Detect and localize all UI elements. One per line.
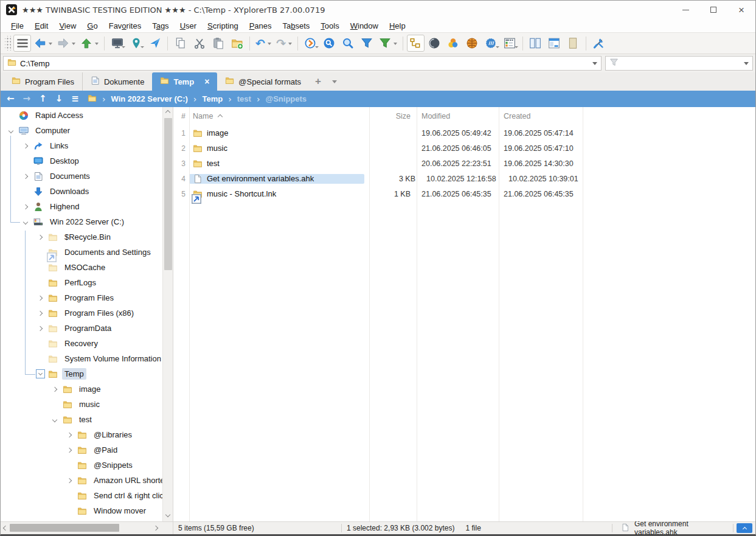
- filter-blue-button[interactable]: [358, 35, 376, 52]
- menu-window[interactable]: Window: [345, 20, 384, 32]
- menu-tags[interactable]: Tags: [147, 20, 174, 32]
- tree-expander[interactable]: [49, 418, 60, 422]
- column-divider[interactable]: [417, 107, 417, 521]
- chevron-down-icon[interactable]: [122, 46, 125, 50]
- tree-expander[interactable]: [20, 175, 31, 178]
- tags-ball-button[interactable]: [463, 35, 481, 52]
- file-row-music-shortcut-lnk[interactable]: 5music - Shortcut.lnk1 KB21.06.2025 06:4…: [173, 186, 755, 201]
- tree-item-win-2022-server-c[interactable]: Win 2022 Server (C:): [1, 214, 162, 229]
- scroll-right-icon[interactable]: [153, 526, 158, 531]
- column-header-[interactable]: #: [173, 107, 189, 125]
- arrow-down-icon[interactable]: ↓: [55, 94, 63, 103]
- menu-favorites[interactable]: Favorites: [103, 20, 147, 32]
- file-name-cell[interactable]: test: [189, 159, 369, 169]
- tree-expander[interactable]: [35, 312, 46, 315]
- tab-program-files[interactable]: Program Files: [4, 72, 83, 91]
- paste-button[interactable]: [209, 35, 227, 52]
- tree-expander[interactable]: [35, 327, 46, 330]
- tree-vertical-scrollbar[interactable]: [162, 107, 173, 521]
- color-circles-button[interactable]: [445, 35, 462, 52]
- tree-toggle-button[interactable]: [407, 35, 425, 52]
- breadcrumb-test[interactable]: test: [237, 94, 251, 103]
- filter-green-button[interactable]: [377, 35, 399, 52]
- tree-expander[interactable]: [35, 235, 46, 239]
- chevron-right-icon[interactable]: [38, 295, 43, 300]
- menu-help[interactable]: Help: [384, 20, 411, 32]
- visual-filter-box[interactable]: [605, 56, 753, 71]
- menu-panes[interactable]: Panes: [244, 20, 277, 32]
- search-circle-button[interactable]: [321, 35, 338, 52]
- desktop-monitor-button[interactable]: [108, 35, 126, 52]
- location-pin-button[interactable]: [127, 35, 145, 52]
- menu-edit[interactable]: Edit: [29, 20, 54, 32]
- tab-special-formats[interactable]: @Special formats: [217, 72, 309, 91]
- menu-file[interactable]: File: [5, 20, 29, 32]
- menu-button[interactable]: [13, 35, 31, 52]
- menu-go[interactable]: Go: [81, 20, 103, 32]
- report-grid-button[interactable]: [501, 35, 519, 52]
- chevron-down-boxed-icon[interactable]: [36, 369, 45, 378]
- goto-arrow-button[interactable]: [146, 35, 164, 52]
- arrow-left-icon[interactable]: ←: [7, 94, 15, 103]
- chevron-right-icon[interactable]: [38, 325, 43, 330]
- new-folder-button[interactable]: [228, 35, 246, 52]
- address-bar[interactable]: C:\Temp: [3, 56, 602, 71]
- file-row-music[interactable]: 2music21.06.2025 06:46:0519.06.2025 05:4…: [173, 141, 755, 156]
- labels-badge-button[interactable]: [482, 35, 500, 52]
- tree-item-computer[interactable]: Computer: [1, 123, 162, 138]
- tab-close-button[interactable]: ×: [204, 77, 209, 86]
- tree-expander[interactable]: [35, 296, 46, 300]
- chevron-down-icon[interactable]: [9, 128, 13, 133]
- file-row-test[interactable]: 3test20.06.2025 22:23:5119.06.2025 14:30…: [173, 156, 755, 171]
- redo-button[interactable]: ↷: [274, 35, 294, 52]
- tree-horizontal-scrollbar[interactable]: [1, 522, 173, 534]
- close-button[interactable]: ×: [727, 1, 755, 19]
- tree-expander[interactable]: [20, 144, 31, 148]
- file-name-cell[interactable]: Get environment variables.ahk: [189, 174, 364, 184]
- tree-expander[interactable]: [5, 129, 16, 133]
- chevron-down-icon[interactable]: [744, 62, 749, 68]
- arrow-right-icon[interactable]: →: [23, 94, 31, 103]
- preview-toggle-button[interactable]: [737, 523, 752, 533]
- chevron-down-icon[interactable]: [394, 43, 397, 47]
- column-divider[interactable]: [499, 107, 499, 521]
- tree-item-links[interactable]: Links: [1, 138, 162, 153]
- chevron-down-icon[interactable]: [23, 219, 28, 224]
- menu-user[interactable]: User: [175, 20, 202, 32]
- chevron-down-icon[interactable]: [288, 43, 292, 47]
- tree-item-rapid-access[interactable]: Rapid Access: [1, 108, 162, 123]
- breadcrumb-snippets[interactable]: @Snippets: [266, 94, 307, 103]
- arrow-up-icon[interactable]: ↑: [39, 94, 47, 103]
- tree-item-desktop[interactable]: Desktop: [1, 153, 162, 169]
- tree-expander[interactable]: [64, 433, 75, 437]
- tab-dokumente[interactable]: Dokumente: [83, 72, 152, 91]
- menu-scripting[interactable]: Scripting: [202, 20, 244, 32]
- customize-tools-button[interactable]: [590, 35, 608, 52]
- forward-button[interactable]: [55, 35, 77, 52]
- tree-item-test[interactable]: test: [1, 412, 162, 427]
- chevron-down-icon[interactable]: [49, 43, 52, 47]
- run-script-button[interactable]: [302, 35, 319, 52]
- chevron-down-icon[interactable]: [72, 43, 75, 47]
- new-tab-button[interactable]: +: [309, 72, 327, 91]
- scrollbar-thumb[interactable]: [164, 118, 172, 270]
- tree-expander[interactable]: [20, 205, 31, 209]
- file-name-cell[interactable]: image: [189, 128, 369, 138]
- chevron-right-icon[interactable]: [67, 432, 72, 437]
- tree-item-image[interactable]: image: [1, 381, 162, 397]
- back-button[interactable]: [32, 35, 54, 52]
- menu-icon[interactable]: ≡: [71, 94, 79, 103]
- chevron-right-icon[interactable]: [23, 204, 28, 209]
- minimize-button[interactable]: [671, 1, 699, 19]
- tree-item-snippets[interactable]: @Snippets: [1, 458, 162, 473]
- tree-item-downloads[interactable]: Downloads: [1, 184, 162, 199]
- menu-tabsets[interactable]: Tabsets: [277, 20, 316, 32]
- column-header-created[interactable]: Created: [499, 107, 583, 125]
- tab-temp[interactable]: Temp×: [152, 72, 217, 91]
- chevron-right-icon[interactable]: [52, 386, 57, 391]
- chevron-right-icon[interactable]: [38, 234, 43, 239]
- scroll-left-icon[interactable]: [3, 526, 8, 531]
- cut-button[interactable]: [190, 35, 208, 52]
- tree-item-music[interactable]: music: [1, 397, 162, 412]
- tree-item-amazon-url-shortener[interactable]: Amazon URL shortener: [1, 473, 162, 488]
